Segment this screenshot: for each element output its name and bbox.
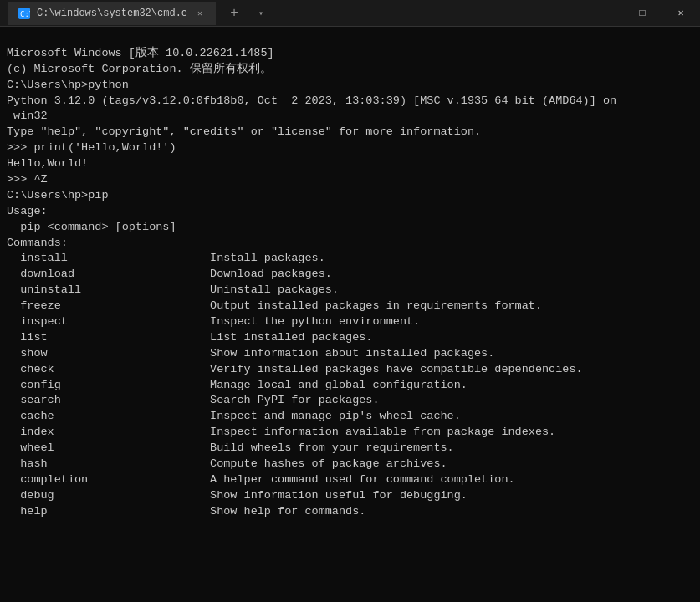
tab-label: C:\windows\system32\cmd.e [37,8,187,19]
terminal-line: cache Inspect and manage pip's wheel cac… [7,409,693,425]
terminal-line: index Inspect information available from… [7,425,693,441]
minimize-button[interactable]: ─ [585,0,623,27]
svg-text:C:\: C:\ [20,10,30,18]
terminal-line: Hello,World! [7,156,693,172]
terminal-line: win32 [7,109,693,125]
titlebar: C:\ C:\windows\system32\cmd.e ✕ + ▾ ─ □ … [0,0,700,27]
terminal-line: config Manage local and global configura… [7,378,693,394]
tab-dropdown-button[interactable]: ▾ [253,2,269,25]
titlebar-left: C:\ C:\windows\system32\cmd.e ✕ + ▾ [8,2,585,25]
terminal-content[interactable]: Microsoft Windows [版本 10.0.22621.1485](c… [0,27,700,602]
terminal-line: search Search PyPI for packages. [7,393,693,409]
terminal-line: C:\Users\hp>pip [7,188,693,204]
terminal-line: Commands: [7,236,693,252]
new-tab-button[interactable]: + [222,2,246,25]
terminal-line: hash Compute hashes of package archives. [7,457,693,472]
terminal-line: download Download packages. [7,267,693,283]
terminal-line: install Install packages. [7,251,693,267]
window-controls: ─ □ ✕ [585,0,700,27]
close-button[interactable]: ✕ [662,0,700,27]
terminal-line: pip <command> [options] [7,220,693,236]
terminal-line: >>> print('Hello,World!') [7,140,693,156]
terminal-line: Microsoft Windows [版本 10.0.22621.1485] [7,46,693,62]
maximize-button[interactable]: □ [623,0,662,27]
terminal-line: C:\Users\hp>python [7,78,693,94]
cmd-icon: C:\ [18,8,30,19]
terminal-line: debug Show information useful for debugg… [7,488,693,504]
terminal-line: uninstall Uninstall packages. [7,283,693,298]
terminal-line: show Show information about installed pa… [7,346,693,362]
terminal-line: wheel Build wheels from your requirement… [7,441,693,457]
terminal-line: check Verify installed packages have com… [7,362,693,378]
terminal-line: Usage: [7,204,693,220]
terminal-line: inspect Inspect the python environment. [7,314,693,330]
terminal-line: completion A helper command used for com… [7,472,693,488]
terminal-line: list List installed packages. [7,330,693,346]
tab-close-icon[interactable]: ✕ [194,8,206,19]
tab[interactable]: C:\ C:\windows\system32\cmd.e ✕ [8,2,216,25]
terminal-line: >>> ^Z [7,172,693,188]
terminal-line: help Show help for commands. [7,504,693,520]
terminal-line: (c) Microsoft Corporation. 保留所有权利。 [7,62,693,78]
terminal-line: Python 3.12.0 (tags/v3.12.0:0fb18b0, Oct… [7,94,693,110]
terminal-line: freeze Output installed packages in requ… [7,298,693,314]
terminal-line: Type "help", "copyright", "credits" or "… [7,125,693,140]
